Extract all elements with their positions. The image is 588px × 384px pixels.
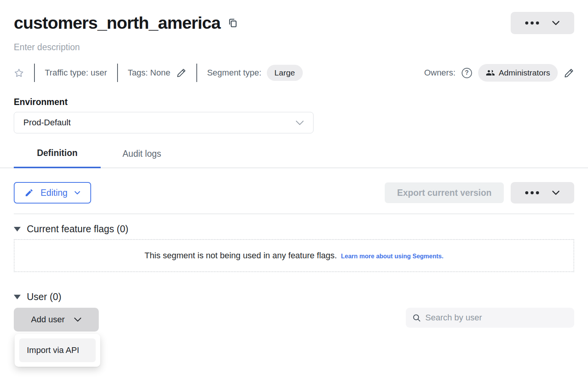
user-section-title: User (0) — [27, 291, 61, 302]
add-user-button[interactable]: Add user — [14, 308, 99, 331]
more-options-icon — [525, 191, 539, 194]
owners-label: Owners: — [424, 68, 456, 78]
add-user-label: Add user — [31, 315, 65, 325]
copy-icon[interactable] — [227, 18, 238, 28]
divider — [14, 213, 574, 214]
header: customers_north_america — [14, 11, 574, 34]
owners-value: Administrators — [499, 68, 550, 77]
people-icon — [486, 68, 495, 77]
feature-flags-section-title: Current feature flags (0) — [27, 223, 128, 235]
segment-type-badge: Large — [267, 65, 303, 81]
user-section-header[interactable]: User (0) — [14, 291, 61, 302]
learn-more-link[interactable]: Learn more about using Segments. — [341, 253, 444, 259]
owners-group: Owners: ? Administrators — [424, 64, 574, 82]
definition-toolbar: Editing Export current version — [14, 182, 574, 203]
search-by-user-box[interactable] — [406, 308, 574, 328]
owners-badge: Administrators — [478, 64, 558, 82]
segment-detail-page: customers_north_america Enter descriptio… — [0, 0, 588, 331]
segment-type-label: Segment type: — [207, 68, 261, 78]
traffic-type-label: Traffic type: user — [45, 68, 107, 78]
export-current-version-button[interactable]: Export current version — [385, 182, 504, 203]
page-title: customers_north_america — [14, 13, 220, 33]
environment-label: Environment — [14, 97, 574, 107]
tab-definition[interactable]: Definition — [14, 148, 101, 168]
menu-item-import-via-api[interactable]: Import via API — [19, 338, 96, 362]
tab-bar: Definition Audit logs — [0, 148, 588, 168]
star-icon[interactable] — [14, 68, 24, 78]
add-user-dropdown-menu: Import via API — [15, 334, 100, 367]
tab-audit-logs[interactable]: Audit logs — [122, 149, 161, 167]
environment-selected-value: Prod-Default — [23, 118, 71, 128]
feature-flags-empty-state: This segment is not being used in any fe… — [14, 239, 574, 272]
caret-down-icon — [14, 227, 21, 231]
divider — [34, 64, 35, 82]
search-icon — [412, 313, 421, 323]
empty-state-message: This segment is not being used in any fe… — [145, 251, 337, 260]
chevron-down-icon — [552, 21, 560, 25]
feature-flags-section-header[interactable]: Current feature flags (0) — [14, 223, 128, 235]
edit-owners-pencil-icon[interactable] — [564, 68, 574, 78]
meta-row: Traffic type: user Tags: None Segment ty… — [14, 63, 574, 82]
chevron-down-icon — [74, 191, 80, 195]
header-more-button[interactable] — [511, 12, 574, 34]
editing-label: Editing — [41, 188, 67, 198]
tags-label: Tags: None — [128, 68, 170, 78]
chevron-down-icon — [552, 190, 560, 195]
search-by-user-input[interactable] — [425, 313, 568, 323]
environment-select[interactable]: Prod-Default — [14, 112, 314, 133]
user-controls-row: Add user Import via API — [14, 308, 574, 331]
edit-tags-pencil-icon[interactable] — [176, 68, 186, 78]
chevron-down-icon — [74, 317, 82, 322]
description-placeholder[interactable]: Enter description — [14, 42, 80, 53]
divider — [117, 64, 118, 82]
pencil-icon — [24, 188, 34, 197]
help-icon[interactable]: ? — [462, 68, 472, 78]
divider — [196, 64, 197, 82]
more-options-icon — [525, 21, 539, 25]
chevron-down-icon — [296, 120, 304, 125]
definition-more-button[interactable] — [511, 182, 574, 203]
caret-down-icon — [14, 295, 21, 299]
editing-status-button[interactable]: Editing — [14, 182, 91, 203]
